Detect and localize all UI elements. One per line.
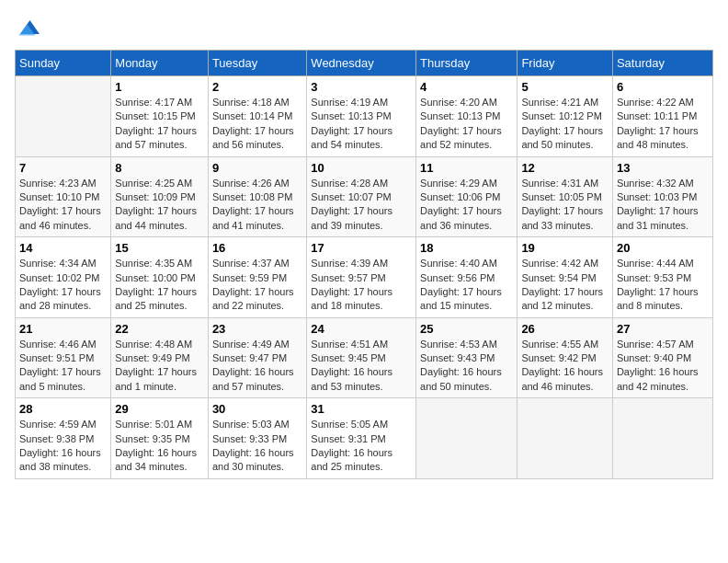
day-info: Sunrise: 4:17 AMSunset: 10:15 PMDaylight…	[115, 96, 204, 153]
calendar-day-cell: 14Sunrise: 4:34 AMSunset: 10:02 PMDaylig…	[16, 237, 111, 318]
calendar-day-cell: 30Sunrise: 5:03 AMSunset: 9:33 PMDayligh…	[208, 398, 306, 479]
calendar-day-cell: 18Sunrise: 4:40 AMSunset: 9:56 PMDayligh…	[416, 237, 518, 318]
day-info: Sunrise: 4:19 AMSunset: 10:13 PMDaylight…	[311, 96, 412, 153]
weekday-header: Sunday	[16, 51, 111, 76]
calendar-day-cell: 6Sunrise: 4:22 AMSunset: 10:11 PMDayligh…	[612, 76, 712, 157]
calendar-week-row: 28Sunrise: 4:59 AMSunset: 9:38 PMDayligh…	[16, 398, 713, 479]
calendar-day-cell: 8Sunrise: 4:25 AMSunset: 10:09 PMDayligh…	[111, 156, 209, 237]
weekday-header: Thursday	[416, 51, 518, 76]
day-info: Sunrise: 4:25 AMSunset: 10:09 PMDaylight…	[115, 177, 204, 234]
day-info: Sunrise: 4:23 AMSunset: 10:10 PMDaylight…	[19, 177, 107, 234]
calendar-day-cell: 31Sunrise: 5:05 AMSunset: 9:31 PMDayligh…	[307, 398, 416, 479]
day-number: 27	[617, 322, 709, 336]
calendar-day-cell: 4Sunrise: 4:20 AMSunset: 10:13 PMDayligh…	[416, 76, 518, 157]
calendar-week-row: 14Sunrise: 4:34 AMSunset: 10:02 PMDaylig…	[16, 237, 713, 318]
day-info: Sunrise: 4:39 AMSunset: 9:57 PMDaylight:…	[311, 257, 412, 314]
day-number: 2	[212, 80, 302, 94]
logo	[15, 15, 46, 42]
day-number: 17	[311, 241, 412, 255]
day-number: 28	[19, 402, 107, 416]
calendar-day-cell: 7Sunrise: 4:23 AMSunset: 10:10 PMDayligh…	[16, 156, 111, 237]
calendar-day-cell: 15Sunrise: 4:35 AMSunset: 10:00 PMDaylig…	[111, 237, 209, 318]
day-info: Sunrise: 4:42 AMSunset: 9:54 PMDaylight:…	[521, 257, 609, 314]
day-number: 25	[420, 322, 513, 336]
day-info: Sunrise: 5:01 AMSunset: 9:35 PMDaylight:…	[115, 418, 204, 475]
calendar-day-cell: 11Sunrise: 4:29 AMSunset: 10:06 PMDaylig…	[416, 156, 518, 237]
calendar-day-cell: 17Sunrise: 4:39 AMSunset: 9:57 PMDayligh…	[307, 237, 416, 318]
calendar-day-cell: 27Sunrise: 4:57 AMSunset: 9:40 PMDayligh…	[612, 317, 712, 398]
day-info: Sunrise: 4:22 AMSunset: 10:11 PMDaylight…	[617, 96, 709, 153]
weekday-header: Tuesday	[208, 51, 306, 76]
calendar-week-row: 21Sunrise: 4:46 AMSunset: 9:51 PMDayligh…	[16, 317, 713, 398]
calendar-header-row: SundayMondayTuesdayWednesdayThursdayFrid…	[16, 51, 713, 76]
weekday-header: Wednesday	[307, 51, 416, 76]
day-number: 5	[521, 80, 609, 94]
day-info: Sunrise: 4:57 AMSunset: 9:40 PMDaylight:…	[617, 338, 709, 395]
day-info: Sunrise: 4:18 AMSunset: 10:14 PMDaylight…	[212, 96, 302, 153]
day-info: Sunrise: 4:46 AMSunset: 9:51 PMDaylight:…	[19, 338, 107, 395]
calendar-table: SundayMondayTuesdayWednesdayThursdayFrid…	[15, 50, 713, 479]
logo-icon	[15, 15, 42, 42]
calendar-day-cell: 10Sunrise: 4:28 AMSunset: 10:07 PMDaylig…	[307, 156, 416, 237]
calendar-day-cell	[612, 398, 712, 479]
day-info: Sunrise: 5:05 AMSunset: 9:31 PMDaylight:…	[311, 418, 412, 475]
day-number: 31	[311, 402, 412, 416]
day-number: 20	[617, 241, 709, 255]
day-number: 30	[212, 402, 302, 416]
calendar-day-cell: 28Sunrise: 4:59 AMSunset: 9:38 PMDayligh…	[16, 398, 111, 479]
calendar-day-cell: 2Sunrise: 4:18 AMSunset: 10:14 PMDayligh…	[208, 76, 306, 157]
day-info: Sunrise: 4:49 AMSunset: 9:47 PMDaylight:…	[212, 338, 302, 395]
day-number: 12	[521, 161, 609, 175]
day-number: 7	[19, 161, 107, 175]
calendar-day-cell: 21Sunrise: 4:46 AMSunset: 9:51 PMDayligh…	[16, 317, 111, 398]
calendar-day-cell	[416, 398, 518, 479]
page-header	[15, 15, 713, 42]
day-info: Sunrise: 4:40 AMSunset: 9:56 PMDaylight:…	[420, 257, 513, 314]
day-number: 22	[115, 322, 204, 336]
calendar-day-cell	[16, 76, 111, 157]
day-number: 26	[521, 322, 609, 336]
day-info: Sunrise: 4:51 AMSunset: 9:45 PMDaylight:…	[311, 338, 412, 395]
day-info: Sunrise: 4:48 AMSunset: 9:49 PMDaylight:…	[115, 338, 204, 395]
calendar-day-cell: 12Sunrise: 4:31 AMSunset: 10:05 PMDaylig…	[518, 156, 613, 237]
calendar-day-cell: 3Sunrise: 4:19 AMSunset: 10:13 PMDayligh…	[307, 76, 416, 157]
day-number: 21	[19, 322, 107, 336]
calendar-day-cell: 22Sunrise: 4:48 AMSunset: 9:49 PMDayligh…	[111, 317, 209, 398]
calendar-day-cell: 24Sunrise: 4:51 AMSunset: 9:45 PMDayligh…	[307, 317, 416, 398]
day-info: Sunrise: 4:26 AMSunset: 10:08 PMDaylight…	[212, 177, 302, 234]
calendar-day-cell: 9Sunrise: 4:26 AMSunset: 10:08 PMDayligh…	[208, 156, 306, 237]
day-info: Sunrise: 4:31 AMSunset: 10:05 PMDaylight…	[521, 177, 609, 234]
calendar-day-cell: 29Sunrise: 5:01 AMSunset: 9:35 PMDayligh…	[111, 398, 209, 479]
day-number: 14	[19, 241, 107, 255]
day-number: 13	[617, 161, 709, 175]
calendar-day-cell: 16Sunrise: 4:37 AMSunset: 9:59 PMDayligh…	[208, 237, 306, 318]
day-info: Sunrise: 4:21 AMSunset: 10:12 PMDaylight…	[521, 96, 609, 153]
calendar-day-cell: 23Sunrise: 4:49 AMSunset: 9:47 PMDayligh…	[208, 317, 306, 398]
day-number: 29	[115, 402, 204, 416]
calendar-day-cell: 25Sunrise: 4:53 AMSunset: 9:43 PMDayligh…	[416, 317, 518, 398]
calendar-day-cell: 26Sunrise: 4:55 AMSunset: 9:42 PMDayligh…	[518, 317, 613, 398]
day-number: 16	[212, 241, 302, 255]
weekday-header: Friday	[518, 51, 613, 76]
day-info: Sunrise: 4:35 AMSunset: 10:00 PMDaylight…	[115, 257, 204, 314]
calendar-day-cell: 5Sunrise: 4:21 AMSunset: 10:12 PMDayligh…	[518, 76, 613, 157]
day-number: 23	[212, 322, 302, 336]
day-number: 6	[617, 80, 709, 94]
day-info: Sunrise: 4:28 AMSunset: 10:07 PMDaylight…	[311, 177, 412, 234]
day-number: 19	[521, 241, 609, 255]
day-number: 3	[311, 80, 412, 94]
day-info: Sunrise: 4:20 AMSunset: 10:13 PMDaylight…	[420, 96, 513, 153]
day-info: Sunrise: 4:55 AMSunset: 9:42 PMDaylight:…	[521, 338, 609, 395]
calendar-day-cell: 1Sunrise: 4:17 AMSunset: 10:15 PMDayligh…	[111, 76, 209, 157]
calendar-day-cell: 19Sunrise: 4:42 AMSunset: 9:54 PMDayligh…	[518, 237, 613, 318]
day-info: Sunrise: 4:53 AMSunset: 9:43 PMDaylight:…	[420, 338, 513, 395]
weekday-header: Monday	[111, 51, 209, 76]
day-info: Sunrise: 4:37 AMSunset: 9:59 PMDaylight:…	[212, 257, 302, 314]
calendar-week-row: 1Sunrise: 4:17 AMSunset: 10:15 PMDayligh…	[16, 76, 713, 157]
weekday-header: Saturday	[612, 51, 712, 76]
day-number: 15	[115, 241, 204, 255]
day-number: 24	[311, 322, 412, 336]
day-number: 10	[311, 161, 412, 175]
day-info: Sunrise: 4:34 AMSunset: 10:02 PMDaylight…	[19, 257, 107, 314]
day-info: Sunrise: 4:29 AMSunset: 10:06 PMDaylight…	[420, 177, 513, 234]
